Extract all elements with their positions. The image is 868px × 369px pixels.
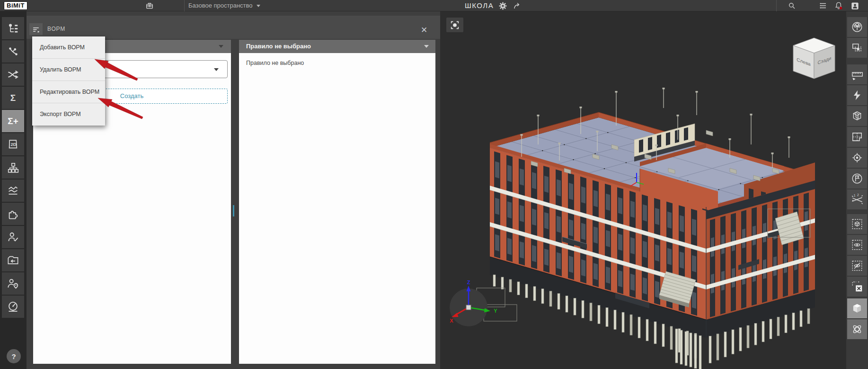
- tool-orbit-active[interactable]: [847, 319, 867, 339]
- tool-trends[interactable]: [2, 180, 24, 202]
- tool-dashboard[interactable]: [2, 296, 24, 318]
- app-logo[interactable]: BiMiT: [4, 1, 27, 10]
- sigma-plus-icon: Σ+: [8, 116, 18, 126]
- list-menu-icon[interactable]: [817, 0, 829, 11]
- branch-icon: [7, 45, 19, 58]
- axis-y-label: Y: [494, 308, 497, 314]
- tool-capture-region[interactable]: [847, 38, 867, 58]
- topbar-divider-right: [776, 0, 777, 11]
- worm-panel-header: ВОРМ ✕: [27, 16, 440, 39]
- 2d-icon: 2D: [7, 138, 19, 151]
- menu-item-export-worm[interactable]: Экспорт ВОРМ: [32, 103, 105, 126]
- trend-lines-icon: [7, 184, 19, 197]
- 3d-viewport[interactable]: Слева Сзади Z X Y: [440, 11, 846, 369]
- chevron-down-icon: [219, 45, 223, 48]
- close-panel-button[interactable]: ✕: [418, 25, 430, 36]
- person-pin-icon: [7, 277, 19, 290]
- tool-clear-selection[interactable]: [847, 277, 867, 297]
- workspace-selector[interactable]: Базовое пространство: [188, 0, 253, 11]
- tool-approvals[interactable]: [2, 226, 24, 248]
- folder-import-icon: [7, 254, 19, 267]
- tool-measure-ruler[interactable]: [847, 64, 867, 84]
- worm-dropdown-menu: Добавить ВОРМ Удалить ВОРМ Редактировать…: [32, 36, 105, 126]
- tool-sigma[interactable]: Σ: [2, 87, 24, 109]
- tool-solid-view-active[interactable]: [847, 298, 867, 318]
- tool-relations[interactable]: [2, 63, 24, 86]
- orbit-icon: [851, 323, 863, 335]
- floorplan-icon: [851, 131, 863, 143]
- notifications-bell-icon[interactable]: [833, 0, 844, 11]
- tool-dependencies[interactable]: [2, 40, 24, 63]
- tool-measure-between[interactable]: 1 2: [847, 189, 867, 209]
- tool-isolate-selection[interactable]: [847, 214, 867, 234]
- menu-item-add-worm[interactable]: Добавить ВОРМ: [32, 36, 105, 59]
- shuffle-icon: [7, 68, 19, 81]
- menu-item-delete-worm[interactable]: Удалить ВОРМ: [32, 59, 105, 81]
- tool-plugins[interactable]: [2, 203, 24, 225]
- project-title: ШКОЛА: [465, 0, 494, 11]
- hide-selection-eye-icon: [851, 260, 863, 272]
- tool-person-location[interactable]: [2, 272, 24, 295]
- settings-gear-icon[interactable]: [497, 0, 508, 11]
- svg-text:2: 2: [857, 193, 859, 197]
- show-selection-eye-icon: [851, 239, 863, 251]
- rule-header-label: Правило не выбрано: [246, 43, 311, 50]
- rule-body-text: Правило не выбрано: [246, 60, 304, 66]
- help-button[interactable]: ?: [7, 349, 21, 363]
- clear-selection-icon: [851, 280, 863, 293]
- tool-sigma-plus-active[interactable]: Σ+: [2, 110, 24, 132]
- person-check-icon: [7, 231, 19, 243]
- flash-icon: [851, 89, 863, 101]
- share-icon[interactable]: [511, 0, 523, 11]
- tool-org-chart[interactable]: [2, 156, 24, 179]
- isolate-selection-icon: [851, 218, 863, 230]
- panel-title: ВОРМ: [47, 23, 65, 35]
- axis-gizmo[interactable]: Z X Y: [450, 279, 511, 336]
- tool-locate[interactable]: [847, 148, 867, 168]
- tool-show-selection[interactable]: [847, 235, 867, 255]
- right-toolbar: 1 2: [846, 11, 868, 369]
- zoom-to-fit-button[interactable]: [446, 18, 463, 32]
- sigma-icon: Σ: [10, 93, 16, 103]
- menu-item-edit-worm[interactable]: Редактировать ВОРМ: [32, 81, 105, 103]
- flag-circle-icon: [851, 172, 863, 185]
- workspace-caret-icon[interactable]: [253, 0, 264, 11]
- worm-panel-region: ВОРМ ✕ Создать Правило не выбрано Правил…: [27, 11, 440, 369]
- ruler-icon: [851, 68, 864, 81]
- axis-x-label: X: [450, 318, 453, 324]
- svg-text:2D: 2D: [10, 142, 16, 147]
- tree-circle-icon: [851, 21, 863, 33]
- user-account-icon[interactable]: [849, 0, 860, 11]
- workspace-briefcase-icon[interactable]: [144, 0, 155, 11]
- rule-header[interactable]: Правило не выбрано: [239, 40, 435, 53]
- rule-subpanel: Правило не выбрано Правило не выбрано: [239, 40, 435, 364]
- tool-2d-view[interactable]: 2D: [2, 133, 24, 155]
- search-icon[interactable]: [786, 0, 797, 11]
- hamburger-arrow-icon: [31, 25, 41, 34]
- chevron-down-icon: [424, 45, 429, 48]
- capture-region-icon: [851, 42, 863, 54]
- gauge-icon: [7, 300, 19, 313]
- tool-structure-tree[interactable]: [2, 17, 24, 39]
- top-bar: BiMiT Базовое пространство ШКОЛА: [0, 0, 868, 11]
- section-box-icon: [851, 110, 863, 122]
- worm-menu-button[interactable]: [29, 23, 43, 35]
- navigation-cube[interactable]: Слева Сзади: [788, 33, 840, 90]
- scroll-indicator[interactable]: [233, 205, 234, 216]
- tool-import-folder[interactable]: [2, 249, 24, 271]
- tool-floorplan[interactable]: [847, 127, 867, 147]
- tool-environment[interactable]: [847, 17, 867, 37]
- solid-cube-icon: [851, 302, 863, 315]
- notification-badge: [840, 7, 842, 9]
- topbar-divider: [184, 0, 185, 11]
- structure-tree-icon: [7, 22, 19, 35]
- chevron-down-icon: [214, 68, 219, 71]
- puzzle-icon: [7, 207, 19, 220]
- left-toolbar: Σ Σ+ 2D: [0, 11, 27, 369]
- tool-clash[interactable]: [847, 85, 867, 105]
- tool-section-box[interactable]: [847, 106, 867, 126]
- tool-hide-selection[interactable]: [847, 256, 867, 276]
- tool-flag-marker[interactable]: [847, 169, 867, 189]
- svg-text:1: 1: [853, 194, 855, 197]
- org-chart-icon: [7, 162, 19, 174]
